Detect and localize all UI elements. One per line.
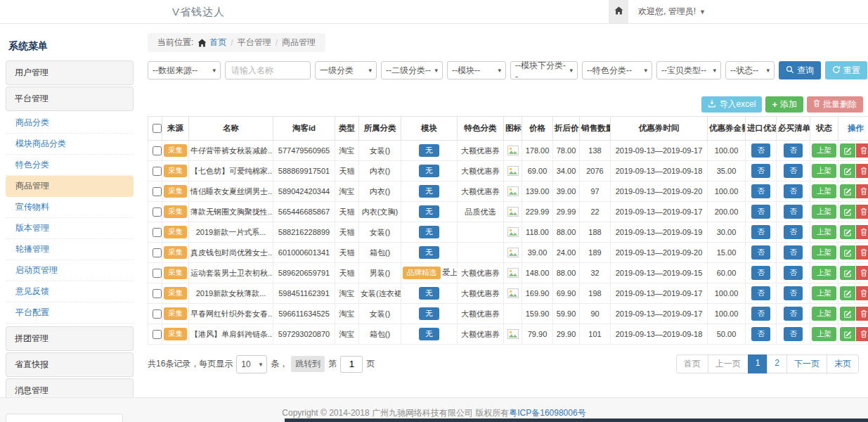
import-excel-button[interactable]: 导入excel — [701, 96, 762, 113]
import-select-toggle[interactable]: 否 — [751, 307, 770, 320]
edit-button[interactable] — [840, 184, 855, 198]
jump-to-button[interactable]: 跳转到 — [291, 356, 325, 372]
import-select-toggle[interactable]: 否 — [751, 245, 770, 259]
must-buy-toggle[interactable]: 否 — [784, 184, 803, 198]
sidebar-subitem-3[interactable]: 商品管理 — [6, 176, 134, 197]
must-buy-toggle[interactable]: 否 — [784, 143, 803, 157]
edit-button[interactable] — [840, 286, 855, 300]
status-button[interactable]: 上架 — [812, 205, 836, 218]
add-button[interactable]: + 添加 — [765, 96, 803, 113]
row-checkbox[interactable] — [153, 248, 162, 257]
import-select-toggle[interactable]: 否 — [751, 327, 770, 340]
breadcrumb-home-link[interactable]: 首页 — [197, 37, 226, 49]
module-none-badge[interactable]: 无 — [419, 307, 439, 319]
module-select[interactable]: --模块--▾ — [447, 61, 506, 79]
module-badge[interactable]: 品牌精选 — [403, 267, 441, 279]
module-none-badge[interactable]: 无 — [419, 185, 439, 197]
sidebar-subitem-5[interactable]: 版本管理 — [6, 218, 134, 239]
import-select-toggle[interactable]: 否 — [751, 225, 770, 238]
sidebar-subitem-1[interactable]: 模块商品分类 — [6, 134, 134, 155]
import-select-toggle[interactable]: 否 — [751, 286, 770, 300]
sidebar-subitem-4[interactable]: 宣传物料 — [6, 197, 134, 218]
pagination-button-3[interactable]: 2 — [767, 354, 787, 373]
delete-button[interactable] — [856, 184, 868, 198]
status-button[interactable]: 上架 — [812, 327, 836, 340]
import-select-toggle[interactable]: 否 — [751, 184, 770, 198]
sidebar-item-user-management[interactable]: 用户管理 — [6, 60, 134, 85]
item-type-select[interactable]: --宝贝类型--▾ — [656, 61, 721, 79]
module-none-badge[interactable]: 无 — [419, 144, 439, 156]
must-buy-toggle[interactable]: 否 — [784, 286, 803, 300]
pagination-button-0[interactable]: 首页 — [676, 354, 708, 373]
row-checkbox[interactable] — [153, 309, 162, 319]
status-button[interactable]: 上架 — [812, 184, 836, 198]
pagination-button-2[interactable]: 1 — [748, 354, 768, 373]
must-buy-toggle[interactable]: 否 — [784, 225, 803, 238]
row-checkbox[interactable] — [153, 187, 162, 196]
delete-button[interactable] — [856, 143, 868, 158]
batch-delete-button[interactable]: 批量删除 — [807, 96, 863, 113]
delete-button[interactable] — [856, 225, 868, 239]
sidebar-item-platform-management[interactable]: 平台管理 — [6, 87, 134, 111]
pagination-button-5[interactable]: 末页 — [827, 354, 859, 373]
category-level2-select[interactable]: --二级分类--▾ — [381, 61, 443, 79]
import-select-toggle[interactable]: 否 — [751, 164, 770, 177]
jump-page-input[interactable] — [340, 356, 363, 373]
sidebar-bottom-item-0[interactable]: 拼团管理 — [6, 326, 134, 351]
must-buy-toggle[interactable]: 否 — [784, 307, 803, 320]
row-checkbox[interactable] — [153, 167, 162, 176]
pagination-button-4[interactable]: 下一页 — [786, 354, 827, 373]
sidebar-subitem-9[interactable]: 平台配置 — [6, 302, 134, 324]
status-select[interactable]: --状态--▾ — [725, 61, 775, 79]
sidebar-subitem-0[interactable]: 商品分类 — [6, 113, 134, 134]
module-none-badge[interactable]: 无 — [419, 226, 439, 238]
status-button[interactable]: 上架 — [812, 307, 836, 320]
sidebar-subitem-8[interactable]: 意见反馈 — [6, 281, 134, 302]
delete-button[interactable] — [856, 266, 868, 280]
row-checkbox[interactable] — [153, 146, 162, 155]
import-select-toggle[interactable]: 否 — [751, 143, 770, 157]
module-none-badge[interactable]: 无 — [419, 328, 439, 340]
import-select-toggle[interactable]: 否 — [751, 205, 770, 218]
edit-button[interactable] — [840, 327, 855, 341]
page-size-select[interactable]: 10 ▾ — [236, 355, 267, 373]
edit-button[interactable] — [840, 307, 855, 321]
must-buy-toggle[interactable]: 否 — [784, 327, 803, 340]
module-none-badge[interactable]: 无 — [419, 287, 439, 299]
sidebar-subitem-7[interactable]: 启动页管理 — [6, 260, 134, 281]
status-button[interactable]: 上架 — [812, 266, 836, 279]
delete-button[interactable] — [856, 245, 868, 260]
row-checkbox[interactable] — [153, 207, 162, 217]
sidebar-subitem-2[interactable]: 特色分类 — [6, 155, 134, 176]
name-search-input[interactable] — [225, 61, 311, 79]
edit-button[interactable] — [840, 143, 855, 158]
status-button[interactable]: 上架 — [812, 143, 836, 157]
icp-link[interactable]: 粤ICP备16098006号 — [509, 408, 585, 418]
edit-button[interactable] — [840, 225, 855, 239]
data-source-select[interactable]: --数据来源--▾ — [148, 61, 221, 79]
feature-category-select[interactable]: --特色分类--▾ — [582, 61, 652, 79]
delete-button[interactable] — [856, 286, 868, 300]
module-none-badge[interactable]: 无 — [419, 205, 439, 217]
row-checkbox[interactable] — [153, 269, 162, 278]
module-none-badge[interactable]: 无 — [419, 165, 439, 177]
status-button[interactable]: 上架 — [812, 164, 836, 177]
edit-button[interactable] — [840, 164, 855, 178]
user-menu[interactable]: 欢迎您, 管理员! ▼ — [638, 6, 706, 18]
status-button[interactable]: 上架 — [812, 286, 836, 300]
delete-button[interactable] — [856, 307, 868, 321]
import-select-toggle[interactable]: 否 — [751, 266, 770, 279]
category-level1-select[interactable]: 一级分类▾ — [315, 61, 377, 79]
edit-button[interactable] — [840, 205, 855, 219]
must-buy-toggle[interactable]: 否 — [784, 205, 803, 218]
row-checkbox[interactable] — [153, 289, 162, 298]
delete-button[interactable] — [856, 327, 868, 341]
status-button[interactable]: 上架 — [812, 225, 836, 238]
delete-button[interactable] — [856, 164, 868, 178]
edit-button[interactable] — [840, 266, 855, 280]
reset-button[interactable]: 重置 — [825, 61, 867, 79]
row-checkbox[interactable] — [153, 330, 162, 339]
edit-button[interactable] — [840, 245, 855, 260]
select-all-checkbox[interactable] — [153, 124, 162, 133]
module-none-badge[interactable]: 无 — [419, 246, 439, 258]
